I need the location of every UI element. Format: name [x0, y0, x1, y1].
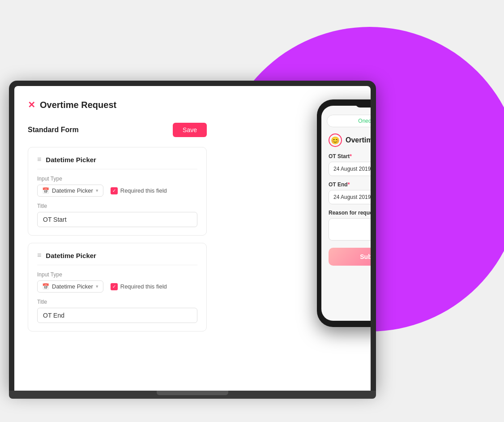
- laptop-screen-outer: ✕ Overtime Request Standard Form Save ≡ …: [9, 81, 376, 391]
- phone-form-header: 😊 Overtime Request: [329, 133, 371, 147]
- ot-end-label: OT End*: [329, 181, 371, 188]
- drag-icon-2: ≡: [37, 251, 41, 259]
- field-card-title-1: Datetime Picker: [46, 156, 96, 164]
- title-label-2: Title: [37, 299, 197, 305]
- ot-start-value: 24 August 2019 at 18:00: [333, 166, 371, 172]
- ot-start-input[interactable]: 24 August 2019 at 18:00 📅: [329, 162, 371, 176]
- laptop-content: ✕ Overtime Request Standard Form Save ≡ …: [14, 86, 371, 391]
- field-card-title-2: Datetime Picker: [46, 252, 96, 259]
- phone-avatar: 😊: [329, 133, 342, 147]
- page-header: ✕ Overtime Request: [28, 99, 207, 110]
- reason-label: Reason for requested overtime*: [329, 210, 371, 216]
- close-icon[interactable]: ✕: [28, 99, 35, 110]
- field-card-1: ≡ Datetime Picker Input Type 📅 Datetime …: [28, 147, 207, 236]
- input-type-label-1: Input Type: [37, 176, 197, 182]
- ot-end-value: 24 August 2019 at 20:00: [333, 194, 371, 200]
- phone-notch: [355, 99, 371, 108]
- form-section-title: Standard Form: [28, 126, 79, 134]
- phone-mockup: Onedee.io 😊 Overtime Request OT Start*: [317, 99, 371, 327]
- phone-outer: Onedee.io 😊 Overtime Request OT Start*: [317, 99, 371, 327]
- form-section-header: Standard Form Save: [28, 123, 207, 137]
- calendar-icon-1: 📅: [42, 187, 49, 194]
- laptop-container: ✕ Overtime Request Standard Form Save ≡ …: [9, 81, 376, 399]
- phone-url-bar: Onedee.io: [327, 115, 371, 127]
- required-check-2: ✓ Required this field: [111, 283, 167, 290]
- input-type-value-1: Datetime Picker: [52, 187, 93, 194]
- required-label-1: Required this field: [120, 187, 167, 194]
- reason-input[interactable]: [329, 218, 371, 241]
- required-check-1: ✓ Required this field: [111, 187, 167, 194]
- laptop-base: [9, 391, 376, 399]
- input-type-select-2[interactable]: 📅 Datetime Picker ▾: [37, 280, 103, 293]
- ot-end-input[interactable]: 24 August 2019 at 20:00 📅: [329, 190, 371, 204]
- field-card-header-2: ≡ Datetime Picker: [37, 251, 197, 265]
- ot-start-star: *: [350, 153, 352, 159]
- phone-form-title: Overtime Request: [346, 136, 371, 144]
- dropdown-arrow-2: ▾: [96, 284, 98, 289]
- left-panel: ✕ Overtime Request Standard Form Save ≡ …: [14, 86, 220, 391]
- title-input-2[interactable]: [37, 308, 197, 323]
- title-label-1: Title: [37, 203, 197, 209]
- dropdown-arrow-1: ▾: [96, 188, 98, 194]
- field-card-header-1: ≡ Datetime Picker: [37, 155, 197, 169]
- required-label-2: Required this field: [120, 283, 167, 290]
- submit-button[interactable]: Submit: [329, 248, 371, 266]
- input-type-row-1: 📅 Datetime Picker ▾ ✓ Required this fiel…: [37, 185, 197, 197]
- drag-icon-1: ≡: [37, 155, 41, 164]
- ot-start-label: OT Start*: [329, 153, 371, 159]
- checkbox-1[interactable]: ✓: [111, 187, 118, 194]
- page-title: Overtime Request: [40, 100, 116, 110]
- phone-screen: Onedee.io 😊 Overtime Request OT Start*: [321, 106, 371, 321]
- ot-end-star: *: [348, 181, 350, 188]
- title-input-1[interactable]: [37, 212, 197, 227]
- save-button[interactable]: Save: [173, 123, 207, 137]
- calendar-icon-2: 📅: [42, 283, 49, 290]
- input-type-value-2: Datetime Picker: [52, 283, 93, 290]
- checkbox-2[interactable]: ✓: [111, 283, 118, 290]
- input-type-select-1[interactable]: 📅 Datetime Picker ▾: [37, 185, 103, 197]
- field-card-2: ≡ Datetime Picker Input Type 📅 Datetime …: [28, 243, 207, 332]
- input-type-row-2: 📅 Datetime Picker ▾ ✓ Required this fiel…: [37, 280, 197, 293]
- input-type-label-2: Input Type: [37, 271, 197, 278]
- phone-form: 😊 Overtime Request OT Start* 24 August 2…: [321, 133, 371, 275]
- laptop-screen-inner: ✕ Overtime Request Standard Form Save ≡ …: [14, 86, 371, 391]
